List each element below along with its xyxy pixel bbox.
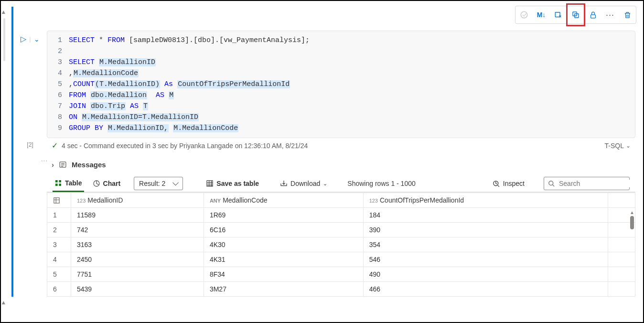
row-number: 3 <box>47 237 71 252</box>
table-row[interactable]: 424504K31546 <box>47 252 635 267</box>
gutter-expand-bottom-icon[interactable]: ◀ <box>1 301 6 304</box>
svg-rect-2 <box>573 12 577 16</box>
search-input[interactable] <box>559 180 643 187</box>
cell-medallioncode: 8F34 <box>204 267 363 282</box>
more-button[interactable]: ··· <box>601 6 619 23</box>
table-row[interactable]: 1115891R69184 <box>47 208 635 223</box>
code-content[interactable]: SELECT * FROM [sampleDW0813].[dbo].[vw_P… <box>69 31 635 138</box>
scroll-up-icon[interactable]: ▲ <box>630 210 634 215</box>
lock-button[interactable] <box>584 6 601 23</box>
column-header-medallionid[interactable]: 123MedallionID <box>71 193 204 208</box>
gutter-expand-top-icon[interactable]: ◀ <box>1 11 6 14</box>
cell-medallioncode: 4K31 <box>204 252 363 267</box>
left-gutter: ◀ ◀ <box>1 1 7 322</box>
cell-count: 184 <box>363 208 608 223</box>
messages-icon <box>59 161 67 169</box>
chevron-down-icon: ⌄ <box>323 181 327 187</box>
search-icon <box>548 180 555 187</box>
table-row[interactable]: 577518F34490 <box>47 267 635 282</box>
line-numbers: 123456789 <box>47 31 69 138</box>
chart-icon <box>93 180 100 187</box>
svg-rect-3 <box>575 14 579 18</box>
cell-medallioncode: 3M27 <box>204 282 363 297</box>
success-check-icon: ✓ <box>52 141 58 150</box>
clear-output-button[interactable] <box>550 6 567 23</box>
download-icon <box>280 180 288 187</box>
svg-rect-9 <box>59 183 61 186</box>
column-header-medallioncode[interactable]: ANYMedallionCode <box>204 193 363 208</box>
cell-medallionid: 3163 <box>71 237 204 252</box>
cell-medallioncode: 6C16 <box>204 223 363 237</box>
cell-medallionid: 2450 <box>71 252 204 267</box>
save-as-table-button[interactable]: Save as table <box>206 180 259 187</box>
tab-table[interactable]: Table <box>53 175 84 192</box>
cell-toolbar: M↓ ··· <box>515 6 636 24</box>
cell-count: 390 <box>363 223 608 237</box>
grid-icon <box>206 180 214 187</box>
column-header-count[interactable]: 123CountOfTripsPerMedallionId <box>363 193 608 208</box>
cell-medallionid: 742 <box>71 223 204 237</box>
svg-rect-4 <box>590 14 595 18</box>
svg-rect-1 <box>555 12 560 17</box>
svg-rect-6 <box>55 180 58 183</box>
table-row[interactable]: 331634K30354 <box>47 237 635 252</box>
inspect-button[interactable]: Inspect <box>492 180 525 188</box>
run-cell-button[interactable]: ▷ | ⌄ <box>21 34 39 43</box>
table-row[interactable]: 654393M27466 <box>47 282 635 297</box>
run-dropdown-icon[interactable]: ⌄ <box>34 35 40 43</box>
cell-medallionid: 5439 <box>71 282 204 297</box>
cell-medallionid: 7751 <box>71 267 204 282</box>
cell-medallioncode: 1R69 <box>204 208 363 223</box>
expand-chevron-icon: › <box>52 161 54 169</box>
cell-count: 354 <box>363 237 608 252</box>
messages-section-header[interactable]: › Messages <box>47 153 635 175</box>
language-selector[interactable]: T-SQL ⌄ <box>605 142 631 150</box>
cell-more-icon[interactable]: ··· <box>41 157 48 164</box>
download-button[interactable]: Download ⌄ <box>280 180 327 187</box>
markdown-toggle-button[interactable]: M↓ <box>533 6 550 23</box>
notebook-cell: ▷ | ⌄ [2] 123456789 SELECT * FROM [sampl… <box>11 7 635 297</box>
results-table: 123MedallionID ANYMedallionCode 123Count… <box>47 193 635 297</box>
svg-rect-14 <box>54 197 59 203</box>
cell-count: 466 <box>363 282 608 297</box>
cell-index: [2] <box>27 141 33 148</box>
row-number: 4 <box>47 252 71 267</box>
row-number: 5 <box>47 267 71 282</box>
code-editor[interactable]: 123456789 SELECT * FROM [sampleDW0813].[… <box>47 31 635 138</box>
gutter-scroll-indicator <box>3 18 5 61</box>
results-table-wrapper: 123MedallionID ANYMedallionCode 123Count… <box>47 192 635 297</box>
row-number: 6 <box>47 282 71 297</box>
cell-count: 546 <box>363 252 608 267</box>
result-selector[interactable]: Result: 2 <box>134 177 183 190</box>
svg-rect-8 <box>55 183 58 186</box>
cell-medallionid: 11589 <box>71 208 204 223</box>
svg-rect-11 <box>207 181 213 186</box>
table-row[interactable]: 27426C16390 <box>47 223 635 237</box>
column-header-blank <box>608 193 635 208</box>
svg-point-13 <box>549 181 553 185</box>
inspect-icon <box>492 180 500 188</box>
cell-count: 490 <box>363 267 608 282</box>
row-count-label: Showing rows 1 - 1000 <box>347 180 415 187</box>
attach-button[interactable] <box>515 6 533 23</box>
svg-rect-7 <box>59 180 61 183</box>
corner-header[interactable] <box>47 193 71 208</box>
svg-point-0 <box>521 11 527 18</box>
run-icon: ▷ <box>21 34 26 43</box>
row-number: 2 <box>47 223 71 237</box>
merge-cell-button[interactable] <box>567 6 584 23</box>
row-number: 1 <box>47 208 71 223</box>
execution-status: ✓ 4 sec - Command executed in 3 sec by P… <box>47 138 635 153</box>
chevron-down-icon: ⌄ <box>626 142 631 149</box>
tab-chart[interactable]: Chart <box>91 176 123 191</box>
search-input-wrapper <box>544 177 630 190</box>
vertical-scrollbar[interactable]: ▲ <box>630 210 634 305</box>
delete-button[interactable] <box>619 6 636 23</box>
cell-medallioncode: 4K30 <box>204 237 363 252</box>
scroll-thumb[interactable] <box>630 216 634 229</box>
results-toolbar: Table Chart Result: 2 Save a <box>47 175 635 192</box>
table-icon <box>54 179 62 187</box>
